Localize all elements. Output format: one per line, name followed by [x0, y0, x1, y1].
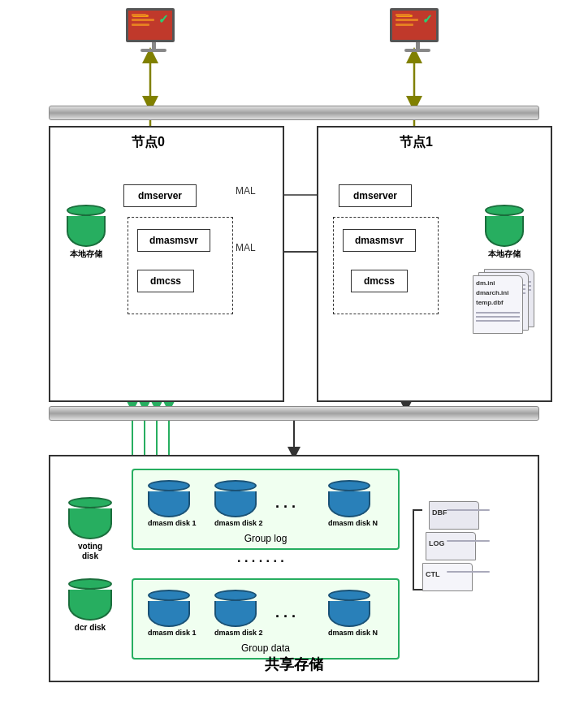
dmasm-disk1-log: dmasm disk 1	[148, 480, 197, 527]
dmasmsvr-0: dmasmsvr	[137, 229, 210, 252]
group-data-box: dmasm disk 1 dmasm disk 2 · · · dmasm di…	[132, 578, 400, 660]
network-bar-top	[49, 106, 539, 120]
node0-label: 节点0	[132, 134, 165, 151]
group-data-label: Group data	[241, 642, 290, 654]
shared-storage-label: 共享存储	[265, 655, 323, 674]
group-separator-dots: · · · · · · ·	[237, 554, 284, 569]
dmasm-disk2-log: dmasm disk 2	[214, 480, 263, 527]
mal-label-2: MAL	[236, 242, 256, 253]
monitor-screen-0: ✓	[126, 8, 175, 42]
diagram-container: ✓ ✓ 节点0 dmserver dmasmsvr dmcss	[0, 0, 588, 705]
node-box-1: 节点1 dmserver dmasmsvr dmcss 本地存储	[317, 126, 552, 402]
group-log-box: dmasm disk 1 dmasm disk 2 · · · dmasm di…	[132, 469, 400, 550]
local-storage-0: 本地存储	[67, 205, 106, 260]
voting-disk: votingdisk	[68, 497, 112, 561]
mal-label-1: MAL	[236, 185, 256, 197]
dots-data: · · ·	[275, 608, 296, 625]
shared-storage-box: votingdisk dcr disk dmasm disk 1 dmasm d…	[49, 455, 539, 682]
dmcss-1: dmcss	[351, 270, 408, 292]
dmserver-0: dmserver	[123, 184, 197, 207]
dmasm-disk2-data: dmasm disk 2	[214, 590, 263, 637]
node-box-0: 节点0 dmserver dmasmsvr dmcss 本地存储	[49, 126, 284, 402]
dmasm-diskN-data: dmasm disk N	[328, 590, 378, 637]
dmasm-disk1-data: dmasm disk 1	[148, 590, 197, 637]
local-storage-1: 本地存储	[485, 205, 524, 260]
network-bar-mid	[49, 406, 539, 421]
dots-log: · · ·	[275, 499, 296, 516]
dcr-disk: dcr disk	[68, 578, 112, 632]
dmserver-1: dmserver	[339, 184, 412, 207]
monitor-1: ✓	[390, 8, 445, 53]
group-log-label: Group log	[244, 533, 288, 544]
monitor-0: ✓	[126, 8, 181, 53]
dmasm-diskN-log: dmasm disk N	[328, 480, 378, 527]
dmasmsvr-1: dmasmsvr	[343, 229, 416, 252]
node1-label: 节点1	[400, 134, 433, 151]
dmcss-0: dmcss	[137, 270, 194, 292]
monitor-screen-1: ✓	[390, 8, 439, 42]
